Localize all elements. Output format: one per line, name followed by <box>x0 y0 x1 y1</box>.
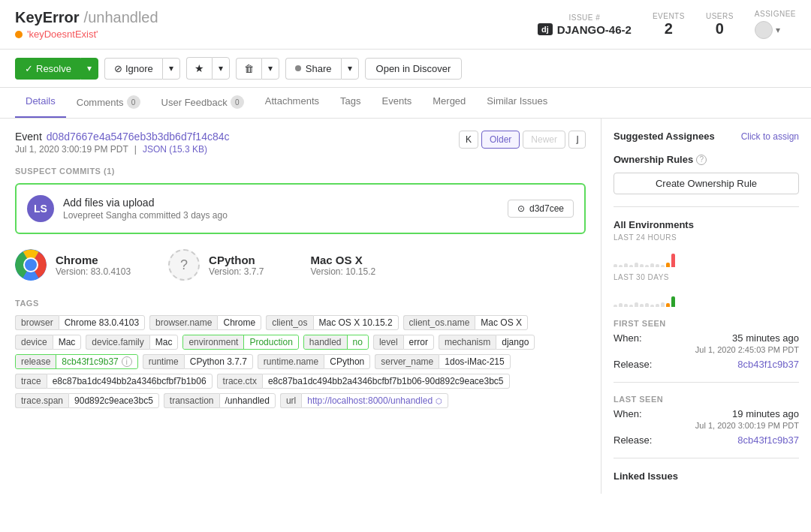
delete-btn-group: 🗑 ▾ <box>236 58 279 80</box>
commit-hash: d3d7cee <box>529 203 564 214</box>
first-seen-section: FIRST SEEN When: 35 minutes ago Jul 1, 2… <box>614 319 799 383</box>
tabs-bar: Details Comments 0 User Feedback 0 Attac… <box>0 88 811 119</box>
share-dropdown[interactable]: ▾ <box>341 58 359 80</box>
nav-older-button[interactable]: Older <box>481 131 520 149</box>
click-to-assign-link[interactable]: Click to assign <box>741 131 799 142</box>
nav-last-button[interactable]: ⌋ <box>568 131 586 149</box>
bookmark-btn-group: ★ ▾ <box>186 57 230 80</box>
event-json-link[interactable]: JSON (15.3 KB) <box>143 144 207 155</box>
tag-transaction: transaction /unhandled <box>164 393 276 408</box>
tags-grid: browser Chrome 83.0.4103 browser.name Ch… <box>15 315 586 408</box>
users-label: USERS <box>706 12 734 20</box>
last-seen-when-date: Jul 1, 2020 3:00:19 PM PDT <box>614 421 799 430</box>
tab-similar-issues[interactable]: Similar Issues <box>476 88 558 118</box>
commit-card: LS Add files via upload Lovepreet Sangha… <box>15 183 586 234</box>
issue-id: DJANGO-46-2 <box>557 23 632 36</box>
tab-details[interactable]: Details <box>15 88 66 118</box>
event-nav: K Older Newer ⌋ <box>459 131 586 149</box>
assignee-label: ASSIGNEE <box>755 10 796 18</box>
tag-trace-span: trace.span 90d892c9eace3bc5 <box>15 393 159 408</box>
tag-client-os-name: client_os.name Mac OS X <box>403 315 528 330</box>
error-path: /unhandled <box>84 9 158 26</box>
share-button[interactable]: Share <box>285 58 341 80</box>
nav-k-button[interactable]: K <box>459 131 478 149</box>
bookmark-dropdown[interactable]: ▾ <box>212 57 230 80</box>
event-section: Event d08d7667e4a5476eb3b3db6d7f14c84c J… <box>15 131 586 155</box>
nav-newer-button[interactable]: Newer <box>523 131 565 149</box>
django-badge: dj <box>538 23 553 35</box>
ignore-dropdown-button[interactable]: ▾ <box>162 58 180 80</box>
resolve-dropdown-button[interactable]: ▾ <box>80 58 98 80</box>
header: KeyError /unhandled 'keyDoesntExist' ISS… <box>0 0 811 50</box>
first-seen-release-label: Release: <box>614 359 652 370</box>
toolbar: ✓ Resolve ▾ ⊘ Ignore ▾ ★ ▾ 🗑 ▾ Share ▾ O… <box>0 50 811 88</box>
event-label: Event <box>15 131 42 143</box>
last-seen-release-value[interactable]: 8cb43f1c9b37 <box>737 434 799 446</box>
chart-24h <box>614 245 799 267</box>
tab-user-feedback[interactable]: User Feedback 0 <box>151 88 255 118</box>
create-ownership-rule-button[interactable]: Create Ownership Rule <box>614 173 799 194</box>
first-seen-when-value: 35 minutes ago <box>732 332 799 344</box>
external-link-icon: ⬡ <box>436 397 442 405</box>
info-icon[interactable]: i <box>122 356 132 367</box>
ownership-rules-title: Ownership Rules <box>614 154 693 165</box>
tag-trace: trace e8c87ba1dc494bb2a4346bcfbf7b1b06 <box>15 374 213 389</box>
error-message: 'keyDoesntExist' <box>27 29 98 40</box>
svg-point-2 <box>25 259 37 271</box>
delete-dropdown[interactable]: ▾ <box>261 58 279 80</box>
tags-title: TAGS <box>15 299 586 308</box>
first-seen-release-value[interactable]: 8cb43f1c9b37 <box>737 359 799 370</box>
bookmark-button[interactable]: ★ <box>186 57 212 80</box>
assignee-avatar <box>755 21 773 39</box>
suggested-assignees-title: Suggested Assignees <box>614 131 715 142</box>
tag-browser: browser Chrome 83.0.4103 <box>15 315 145 330</box>
main-content: Event d08d7667e4a5476eb3b3db6d7f14c84c J… <box>0 119 601 494</box>
tag-server-name: server_name 1dos-iMac-215 <box>375 354 510 369</box>
last-24-label: LAST 24 HOURS <box>614 233 799 242</box>
events-meta: EVENTS 2 <box>653 12 685 38</box>
linked-issues-title: Linked Issues <box>614 470 799 482</box>
ignore-button[interactable]: ⊘ Ignore <box>104 58 162 80</box>
commit-sub: Lovepreet Sangha committed 3 days ago <box>63 210 228 221</box>
ownership-help-icon[interactable]: ? <box>696 155 707 165</box>
first-seen-when-label: When: <box>614 332 642 344</box>
resolve-button[interactable]: ✓ Resolve <box>15 58 80 80</box>
suspect-commits-title: SUSPECT COMMITS (1) <box>15 167 586 176</box>
ignore-btn-group: ⊘ Ignore ▾ <box>104 58 180 80</box>
event-meta: Jul 1, 2020 3:00:19 PM PDT | JSON (15.3 … <box>15 144 230 155</box>
last-seen-release-label: Release: <box>614 434 652 446</box>
issue-label: ISSUE # <box>538 14 632 22</box>
open-discover-button[interactable]: Open in Discover <box>365 58 463 80</box>
tab-comments[interactable]: Comments 0 <box>66 88 151 118</box>
platform-chrome: Chrome Version: 83.0.4103 <box>15 249 131 281</box>
chart-30d <box>614 284 799 307</box>
event-id-link[interactable]: d08d7667e4a5476eb3b3db6d7f14c84c <box>47 131 230 143</box>
commit-avatar: LS <box>27 195 54 222</box>
first-seen-when-date: Jul 1, 2020 2:45:03 PM PDT <box>614 345 799 354</box>
share-dot <box>295 65 301 71</box>
tag-trace-ctx: trace.ctx e8c87ba1dc494bb2a4346bcfbf7b1b… <box>217 374 510 389</box>
header-left: KeyError /unhandled 'keyDoesntExist' <box>15 9 158 40</box>
all-environments-title: All Environments <box>614 219 799 230</box>
first-seen-title: FIRST SEEN <box>614 319 799 328</box>
chrome-icon <box>15 249 47 281</box>
tab-merged[interactable]: Merged <box>422 88 476 118</box>
delete-button[interactable]: 🗑 <box>236 58 261 80</box>
suspect-commits-section: SUSPECT COMMITS (1) LS Add files via upl… <box>15 167 586 234</box>
tag-client-os: client_os Mac OS X 10.15.2 <box>266 315 398 330</box>
platform-cpython: ? CPython Version: 3.7.7 <box>168 249 264 281</box>
assignee-chevron[interactable]: ▾ <box>776 25 780 35</box>
platform-macos: Mac OS X Version: 10.15.2 <box>301 254 375 277</box>
events-label: EVENTS <box>653 12 685 20</box>
tab-tags[interactable]: Tags <box>330 88 371 118</box>
commit-hash-badge[interactable]: ⊙ d3d7cee <box>508 200 574 218</box>
suggested-assignees-section: Suggested Assignees Click to assign <box>614 131 799 142</box>
tag-device-family: device.family Mac <box>86 335 178 350</box>
tab-events[interactable]: Events <box>372 88 423 118</box>
clock-icon: ⊘ <box>114 63 122 74</box>
tab-attachments[interactable]: Attachments <box>255 88 330 118</box>
all-environments-section: All Environments LAST 24 HOURS LAST 30 D… <box>614 219 799 307</box>
platforms-section: Chrome Version: 83.0.4103 ? CPython Vers… <box>15 249 586 281</box>
last-30-label: LAST 30 DAYS <box>614 273 799 281</box>
chrome-version: Version: 83.0.4103 <box>56 266 131 277</box>
